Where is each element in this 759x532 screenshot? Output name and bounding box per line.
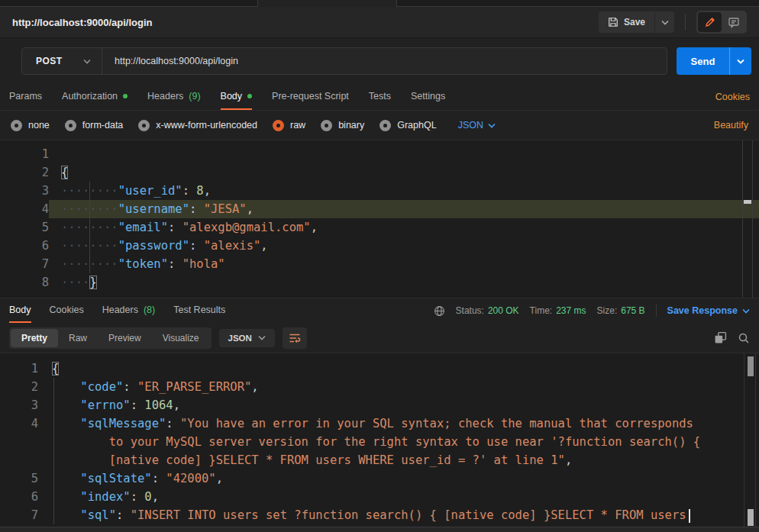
response-scrollbar[interactable]	[744, 353, 756, 527]
save-button[interactable]: Save	[599, 11, 654, 33]
tab-body[interactable]: Body	[9, 298, 31, 323]
save-options-button[interactable]	[654, 11, 674, 33]
edit-mode-button[interactable]	[698, 12, 722, 32]
token-key: "username"	[118, 202, 189, 216]
send-label: Send	[691, 56, 715, 67]
tab-strip-left[interactable]	[0, 0, 257, 7]
tab-authorization[interactable]: Authorization	[62, 84, 128, 110]
whitespace	[52, 490, 80, 504]
send-options-button[interactable]	[729, 47, 751, 75]
chevron-down-icon	[661, 20, 669, 25]
tab-label: Cookies	[50, 305, 84, 315]
token-p: :	[166, 417, 180, 430]
line-number	[0, 451, 38, 469]
wrap-text-icon	[289, 332, 301, 344]
token-str: "JESA"	[204, 202, 247, 216]
tab-label: Pre-request Script	[272, 91, 349, 102]
code-line[interactable]: 3········"user_id": 8,	[0, 182, 759, 200]
code-line[interactable]: 1	[0, 145, 759, 163]
code-line[interactable]: 5········"email": "alexgb@gmail.com",	[0, 218, 759, 237]
line-number: 2	[0, 163, 49, 182]
request-tabs: ParamsAuthorizationHeaders(9)BodyPre-req…	[0, 84, 759, 111]
green-dot-icon	[123, 94, 128, 98]
token-p: ,	[251, 380, 258, 394]
body-mode-x-www-form-urlencoded[interactable]: x-www-form-urlencoded	[138, 120, 257, 131]
send-button[interactable]: Send	[677, 47, 729, 75]
token-key: "token"	[118, 257, 168, 271]
code-line-content: ········"email": "alexgb@gmail.com",	[49, 218, 759, 237]
tab-tests[interactable]: Tests	[369, 84, 391, 110]
code-line[interactable]: 6 "index": 0,	[0, 488, 759, 506]
token-p: :	[152, 472, 166, 485]
code-line[interactable]: 2{	[0, 163, 759, 182]
code-line[interactable]: 6········"password": "alexis",	[0, 237, 759, 255]
code-line[interactable]: 8····}	[0, 273, 759, 292]
body-mode-none[interactable]: none	[11, 120, 50, 131]
tab-cookies[interactable]: Cookies	[50, 298, 84, 323]
body-mode-form-data[interactable]: form-data	[65, 120, 124, 131]
token-p: ,	[247, 202, 254, 216]
response-language-dropdown[interactable]: JSON	[219, 329, 275, 347]
comments-button[interactable]	[722, 12, 745, 32]
line-number: 4	[0, 414, 38, 433]
code-line[interactable]: 3 "errno": 1064,	[0, 396, 759, 414]
code-line[interactable]: 1{	[0, 360, 759, 378]
tab-headers[interactable]: Headers(8)	[102, 298, 156, 323]
response-toolbar: PrettyRawPreviewVisualize JSON	[0, 323, 759, 353]
body-mode-graphql[interactable]: GraphQL	[380, 120, 436, 131]
token-str: "alexgb@gmail.com"	[182, 221, 311, 234]
token-num: 0	[144, 490, 151, 504]
code-line[interactable]: 2 "code": "ER_PARSE_ERROR",	[0, 378, 759, 396]
status-value: 200 OK	[488, 305, 519, 316]
tab-strip-right[interactable]	[397, 0, 759, 7]
response-body-editor[interactable]: 1{2 "code": "ER_PARSE_ERROR",3 "errno": …	[0, 353, 759, 527]
tab-params[interactable]: Params	[9, 84, 42, 110]
copy-icon[interactable]	[714, 331, 727, 344]
code-line[interactable]: 4········"username": "JESA",	[0, 200, 759, 218]
meta-divider	[656, 305, 657, 317]
view-tab-raw[interactable]: Raw	[58, 329, 98, 347]
tab-count: (9)	[189, 91, 200, 102]
tab-headers[interactable]: Headers(9)	[147, 84, 201, 110]
view-tab-preview[interactable]: Preview	[98, 329, 152, 347]
method-select[interactable]: POST	[22, 48, 102, 74]
code-line[interactable]: 7 "sql": "INSERT INTO users set ?functio…	[0, 506, 759, 524]
request-body-editor[interactable]: 12{3········"user_id": 8,4········"usern…	[0, 140, 759, 298]
cookies-link[interactable]: Cookies	[715, 84, 750, 110]
scrollbar-thumb[interactable]	[748, 356, 754, 376]
tab-body[interactable]: Body	[221, 84, 253, 110]
globe-icon[interactable]	[434, 305, 445, 317]
code-line[interactable]: to your MySQL server version for the rig…	[0, 433, 759, 451]
time-badge: Time: 237 ms	[530, 305, 586, 316]
code-line[interactable]: 5 "sqlState": "42000",	[0, 469, 759, 488]
token-key: "sql"	[80, 508, 116, 522]
code-line[interactable]: [native code] }SELECT * FROM users WHERE…	[0, 451, 759, 469]
size-badge: Size: 675 B	[597, 305, 645, 316]
tab-label: Settings	[411, 91, 445, 102]
save-response-button[interactable]: Save Response	[667, 305, 750, 316]
token-str: "INSERT INTO users set ?function search(…	[131, 508, 686, 522]
code-line[interactable]: 7········"token": "hola"	[0, 255, 759, 273]
body-mode-raw[interactable]: raw	[273, 120, 305, 131]
url-value: http://localhost:9000/api/login	[115, 56, 238, 66]
tab-strip-active-tab[interactable]	[257, 0, 397, 7]
view-tab-visualize[interactable]: Visualize	[152, 329, 210, 347]
tab-test-results[interactable]: Test Results	[173, 298, 225, 323]
code-line-content: ········"token": "hola"	[49, 255, 759, 273]
body-mode-row: noneform-datax-www-form-urlencodedrawbin…	[0, 111, 759, 140]
raw-language-dropdown[interactable]: JSON	[458, 120, 496, 131]
mode-label: GraphQL	[397, 120, 436, 131]
wrap-text-button[interactable]	[283, 327, 307, 349]
url-input[interactable]: http://localhost:9000/api/login	[102, 48, 667, 74]
whitespace	[52, 380, 80, 394]
view-tab-pretty[interactable]: Pretty	[11, 329, 58, 347]
tab-settings[interactable]: Settings	[411, 84, 445, 110]
search-icon[interactable]	[738, 332, 750, 344]
cursor-line-marker	[744, 200, 751, 204]
body-mode-binary[interactable]: binary	[321, 120, 364, 131]
beautify-link[interactable]: Beautify	[714, 120, 748, 131]
tab-pre-request-script[interactable]: Pre-request Script	[272, 84, 349, 110]
time-value: 237 ms	[556, 305, 586, 316]
code-line[interactable]: 4 "sqlMessage": "You have an error in yo…	[0, 414, 759, 433]
token-num: 8	[196, 184, 203, 198]
